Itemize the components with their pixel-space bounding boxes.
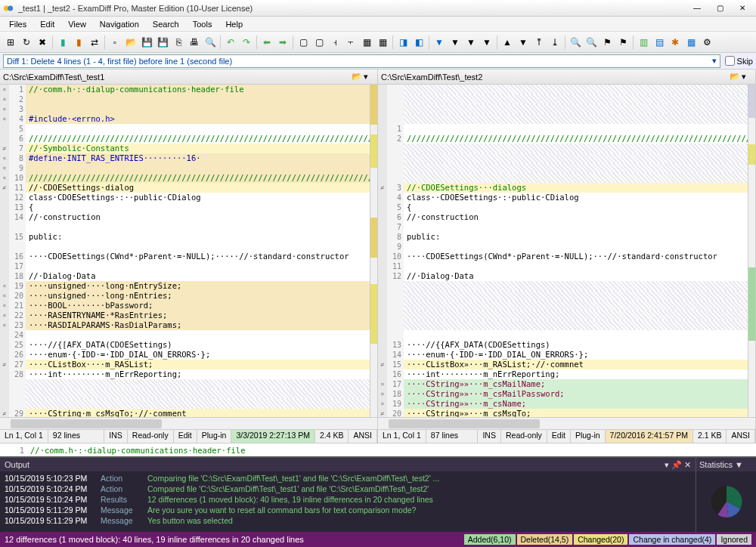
footer-summary: 12 differences (1 moved block): 40 lines…: [5, 535, 463, 544]
undo-icon[interactable]: ↶: [223, 35, 238, 50]
close-button[interactable]: ✕: [732, 2, 753, 14]
menu-view[interactable]: View: [62, 18, 92, 30]
chip-cic[interactable]: Change in changed(4): [629, 534, 715, 545]
left-pane: C:\Src\ExamDiff\Test\_test1 📂 ▾ «1//·com…: [0, 70, 378, 443]
menu-edit[interactable]: Edit: [34, 18, 60, 30]
filter1-icon[interactable]: ▼: [432, 35, 447, 50]
window-title: _test1 | _test2 - ExamDiff Pro, Master E…: [18, 4, 686, 13]
last-icon[interactable]: ⤓: [547, 35, 562, 50]
output-panel: Output ▾ 📌 ✕ 10/15/2019 5:10:23 PMAction…: [0, 458, 696, 532]
vsplit-icon[interactable]: ⫟: [343, 35, 358, 50]
print-icon[interactable]: 🖶: [187, 35, 202, 50]
copy-icon[interactable]: ⎘: [171, 35, 186, 50]
left-date: 3/3/2019 2:27:13 PM: [231, 430, 315, 443]
diff-combo[interactable]: Diff 1: Delete 4 lines (1 - 4, first fil…: [3, 54, 720, 68]
pane1-icon[interactable]: ▮: [55, 35, 70, 50]
right-pane: C:\Src\ExamDiff\Test\_test2 📂 ▾ 12//////…: [378, 70, 756, 443]
chip-ignored[interactable]: Ignored: [717, 534, 751, 545]
right-hscroll[interactable]: [378, 417, 755, 429]
maximize-button[interactable]: ▢: [709, 2, 730, 14]
prev-icon[interactable]: ⬅: [259, 35, 274, 50]
first-icon[interactable]: ⤒: [531, 35, 547, 50]
close-icon[interactable]: ✕: [684, 460, 691, 469]
menu-bar: Files Edit View Navigation Search Tools …: [0, 17, 756, 32]
findnext-icon[interactable]: 🔍: [584, 35, 599, 50]
right-plugin[interactable]: Plug-in: [571, 430, 606, 443]
new-icon[interactable]: ▫: [107, 35, 122, 50]
opt2-icon[interactable]: ▤: [652, 35, 667, 50]
right-lines: 87 lines: [426, 430, 479, 443]
filter2-icon[interactable]: ▼: [448, 35, 463, 50]
right-overview[interactable]: [748, 85, 755, 417]
grid-icon[interactable]: ▦: [359, 35, 374, 50]
redo-icon[interactable]: ↷: [239, 35, 254, 50]
bookmark-icon[interactable]: ⚑: [600, 35, 615, 50]
output-header: Output ▾ 📌 ✕: [0, 458, 696, 471]
skip-label: Skip: [737, 57, 753, 66]
pin-icon[interactable]: ▾ 📌: [665, 460, 682, 469]
filter4-icon[interactable]: ▼: [479, 35, 494, 50]
find-icon[interactable]: 🔍: [568, 35, 583, 50]
output-log[interactable]: 10/15/2019 5:10:23 PMActionComparing fil…: [0, 471, 696, 532]
window-titlebar: _test1 | _test2 - ExamDiff Pro, Master E…: [0, 0, 756, 17]
left-pos: Ln 1, Col 1: [0, 430, 48, 443]
menu-navigation[interactable]: Navigation: [94, 18, 145, 30]
compare-panes: C:\Src\ExamDiff\Test\_test1 📂 ▾ «1//·com…: [0, 70, 756, 443]
opt4-icon[interactable]: ▦: [683, 35, 699, 50]
left-status-bar: Ln 1, Col 1 92 lines INS Read-only Edit …: [0, 429, 377, 443]
left-plugin[interactable]: Plug-in: [197, 430, 232, 443]
opt3-icon[interactable]: ✱: [668, 35, 683, 50]
right-date: 7/20/2016 2:41:57 PM: [606, 430, 693, 443]
left-editor[interactable]: «1//·comm.h·:·dialup·communications·head…: [0, 85, 370, 417]
left-ro: Read-only: [128, 430, 174, 443]
left-edit[interactable]: Edit: [174, 430, 197, 443]
right-edit[interactable]: Edit: [547, 430, 571, 443]
folder-icon[interactable]: 📂: [730, 72, 740, 82]
chip-changed[interactable]: Changed(20): [574, 534, 627, 545]
folder-icon[interactable]: 📂: [352, 72, 362, 82]
left-hscroll[interactable]: [0, 417, 377, 429]
menu-tools[interactable]: Tools: [187, 18, 218, 30]
skip-checkbox-input[interactable]: [725, 56, 735, 66]
view1-icon[interactable]: ▢: [296, 35, 311, 50]
minimize-button[interactable]: —: [686, 2, 708, 14]
hsplit-icon[interactable]: ⫞: [327, 35, 342, 50]
next-icon[interactable]: ➡: [275, 35, 290, 50]
opt1-icon[interactable]: ▥: [636, 35, 651, 50]
bookmark2-icon[interactable]: ⚑: [615, 35, 631, 50]
chip-deleted[interactable]: Deleted(14,5): [517, 534, 573, 545]
chevron-down-icon[interactable]: ▾: [364, 72, 374, 82]
stats-title[interactable]: Statistics ▼: [696, 458, 756, 471]
up-icon[interactable]: ▲: [500, 35, 515, 50]
right-pos: Ln 1, Col 1: [378, 430, 426, 443]
left-file-path: C:\Src\ExamDiff\Test\_test1: [3, 73, 350, 82]
view2-icon[interactable]: ▢: [311, 35, 327, 50]
skip-checkbox[interactable]: Skip: [725, 56, 753, 66]
filter3-icon[interactable]: ▼: [463, 35, 479, 50]
saveall-icon[interactable]: 💾: [155, 35, 170, 50]
open-icon[interactable]: 📂: [123, 35, 138, 50]
right-editor[interactable]: 12//////////////////////////////////////…: [378, 85, 748, 417]
down-icon[interactable]: ▼: [516, 35, 531, 50]
grid2-icon[interactable]: ▦: [375, 35, 390, 50]
abort-icon[interactable]: ✖: [35, 35, 50, 50]
compare-icon[interactable]: ⊞: [3, 35, 18, 50]
gear-icon[interactable]: ⚙: [699, 35, 714, 50]
preview-icon[interactable]: 🔍: [203, 35, 218, 50]
left-overview[interactable]: [370, 85, 377, 417]
menu-search[interactable]: Search: [147, 18, 185, 30]
chevron-down-icon[interactable]: ▾: [742, 72, 752, 82]
diff1-icon[interactable]: ◨: [395, 35, 411, 50]
pane2-icon[interactable]: ▮: [71, 35, 86, 50]
diff2-icon[interactable]: ◧: [411, 35, 426, 50]
swap-icon[interactable]: ⇄: [87, 35, 102, 50]
recompare-icon[interactable]: ↻: [19, 35, 34, 50]
menu-files[interactable]: Files: [3, 18, 33, 30]
bottom-panel: Output ▾ 📌 ✕ 10/15/2019 5:10:23 PMAction…: [0, 456, 756, 532]
left-ins: INS: [104, 430, 128, 443]
chip-added[interactable]: Added(6,10): [464, 534, 516, 545]
save-icon[interactable]: 💾: [139, 35, 154, 50]
app-icon: [3, 3, 14, 14]
menu-help[interactable]: Help: [219, 18, 249, 30]
left-size: 2.4 KB: [315, 430, 349, 443]
